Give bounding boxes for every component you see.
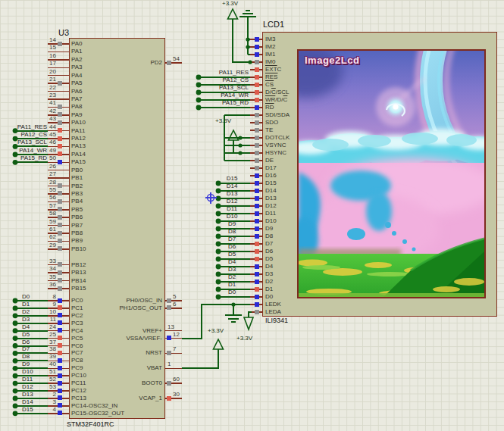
- pin-lcd-TE[interactable]: [250, 128, 262, 133]
- net-label-D3[interactable]: D3: [22, 317, 30, 323]
- u3-ref[interactable]: U3: [58, 29, 69, 37]
- wire-D4[interactable]: [216, 264, 250, 270]
- pin-lcd-CS[interactable]: [250, 83, 262, 87]
- pin-PA14[interactable]: [48, 151, 69, 156]
- wire-D2[interactable]: [216, 280, 250, 285]
- pin-lcd-D4[interactable]: [250, 264, 262, 269]
- pin-PA11[interactable]: [48, 128, 69, 133]
- pin-lcd-HSYNC[interactable]: [250, 151, 262, 155]
- power-label-3v3-2[interactable]: +3.3V: [208, 328, 224, 334]
- net-label-D0[interactable]: D0: [22, 294, 30, 300]
- pin-lcd-SDO[interactable]: [250, 120, 262, 125]
- pin-PB2[interactable]: [48, 183, 69, 188]
- wire-D15[interactable]: [13, 411, 48, 416]
- wire-vbat-3v3[interactable]: [182, 349, 218, 368]
- wire-PA12_CS[interactable]: [196, 83, 250, 88]
- wire-D9[interactable]: [216, 226, 250, 232]
- power-terminal-3v3-top[interactable]: [228, 9, 238, 19]
- power-label-3v3-1[interactable]: +3.3V: [215, 118, 231, 124]
- wire-D11[interactable]: [13, 381, 48, 386]
- wire-leda-3v3[interactable]: [249, 312, 252, 317]
- pin-PC5[interactable]: [48, 336, 69, 340]
- pin-lcd-D7[interactable]: [250, 242, 262, 246]
- net-label-D14[interactable]: D14: [22, 399, 33, 405]
- pin-lcd-D16[interactable]: [250, 173, 262, 178]
- wire-D13[interactable]: [13, 396, 48, 401]
- wire-PA11_RES[interactable]: [196, 75, 250, 80]
- pin-lcd-RES[interactable]: [250, 75, 262, 80]
- pin-PA12[interactable]: [48, 136, 69, 141]
- pin-PB5[interactable]: [48, 207, 69, 211]
- pin-PC12[interactable]: [48, 389, 69, 393]
- wire-D1[interactable]: [216, 287, 250, 292]
- pin-lcd-D14[interactable]: [250, 189, 262, 193]
- net-label-PA13_SCL[interactable]: PA13_SCL: [197, 85, 249, 91]
- net-label-D11[interactable]: D11: [22, 376, 33, 383]
- pin-BOOT0[interactable]: [165, 381, 182, 386]
- u3-body[interactable]: [69, 38, 165, 419]
- pin-PD2[interactable]: [165, 61, 182, 65]
- net-label-D4[interactable]: D4: [22, 324, 30, 330]
- pin-VSSA/VREF-[interactable]: [165, 336, 182, 340]
- pin-PB7[interactable]: [48, 223, 69, 227]
- net-label-D12[interactable]: D12: [22, 384, 33, 390]
- pin-lcd-IM1[interactable]: [250, 52, 262, 57]
- pin-lcd-D0[interactable]: [250, 295, 262, 299]
- wire-D15[interactable]: [216, 181, 250, 186]
- pin-PC11[interactable]: [48, 381, 69, 386]
- pin-PC9[interactable]: [48, 366, 69, 370]
- pin-PA9[interactable]: [48, 112, 69, 117]
- wire-PA13_SCL[interactable]: [13, 144, 48, 149]
- pin-lcd-D9[interactable]: [250, 226, 262, 231]
- net-label-D3[interactable]: D3: [218, 267, 246, 273]
- wire-PA12_CS[interactable]: [13, 136, 48, 142]
- pin-lcd-D17[interactable]: [250, 166, 262, 170]
- pin-lcd-RD[interactable]: [250, 105, 262, 110]
- pin-PC1[interactable]: [48, 305, 69, 310]
- wire-D5[interactable]: [216, 257, 250, 262]
- pin-PA0[interactable]: [48, 42, 69, 46]
- pin-PH0/OSC_IN[interactable]: [165, 298, 182, 303]
- pin-PA8[interactable]: [48, 105, 69, 109]
- wire-D6[interactable]: [13, 343, 48, 348]
- pin-VCAP_1[interactable]: [165, 396, 182, 401]
- net-label-PA15_RD[interactable]: PA15_RD: [17, 155, 47, 161]
- pin-PB10[interactable]: [48, 246, 69, 251]
- pin-lcd-DOTCLK[interactable]: [250, 136, 262, 140]
- pin-lcd-D8[interactable]: [250, 234, 262, 239]
- pin-PC8[interactable]: [48, 358, 69, 363]
- wire-D14[interactable]: [13, 403, 48, 408]
- net-label-D6[interactable]: D6: [22, 339, 30, 345]
- pin-PC7[interactable]: [48, 351, 69, 355]
- wire-D9[interactable]: [13, 366, 48, 371]
- pin-NRST[interactable]: [165, 351, 182, 355]
- wire-D0[interactable]: [13, 298, 48, 304]
- pin-PA5[interactable]: [48, 81, 69, 86]
- net-label-D0[interactable]: D0: [218, 289, 246, 295]
- pin-lcd-D1[interactable]: [250, 287, 262, 292]
- wire-D7[interactable]: [216, 242, 250, 247]
- net-label-PA14_WR[interactable]: PA14_WR: [197, 92, 249, 98]
- pin-PC2[interactable]: [48, 313, 69, 317]
- net-label-D9[interactable]: D9: [22, 361, 30, 367]
- net-label-PA15_RD[interactable]: PA15_RD: [197, 100, 249, 106]
- wire-D3[interactable]: [13, 320, 48, 326]
- wire-D4[interactable]: [13, 328, 48, 333]
- net-label-PA12_CS[interactable]: PA12_CS: [17, 132, 47, 138]
- pin-PB4[interactable]: [48, 199, 69, 204]
- net-label-PA13_SCL[interactable]: PA13_SCL: [17, 139, 47, 145]
- wire-PA15_RD[interactable]: [13, 160, 48, 165]
- pin-PB12[interactable]: [48, 262, 69, 267]
- wire-PA11_RES[interactable]: [13, 128, 48, 133]
- pin-PA15[interactable]: [48, 160, 69, 164]
- pin-PB9[interactable]: [48, 239, 69, 243]
- pin-PA10[interactable]: [48, 120, 69, 125]
- wire-D3[interactable]: [216, 272, 250, 277]
- net-label-D5[interactable]: D5: [218, 251, 246, 258]
- wire-PA15_RD[interactable]: [196, 105, 250, 111]
- net-label-D11[interactable]: D11: [218, 206, 246, 212]
- wire-D6[interactable]: [216, 249, 250, 255]
- pin-PB13[interactable]: [48, 270, 69, 275]
- pin-lcd-IM2[interactable]: [250, 45, 262, 49]
- pin-PC6[interactable]: [48, 343, 69, 348]
